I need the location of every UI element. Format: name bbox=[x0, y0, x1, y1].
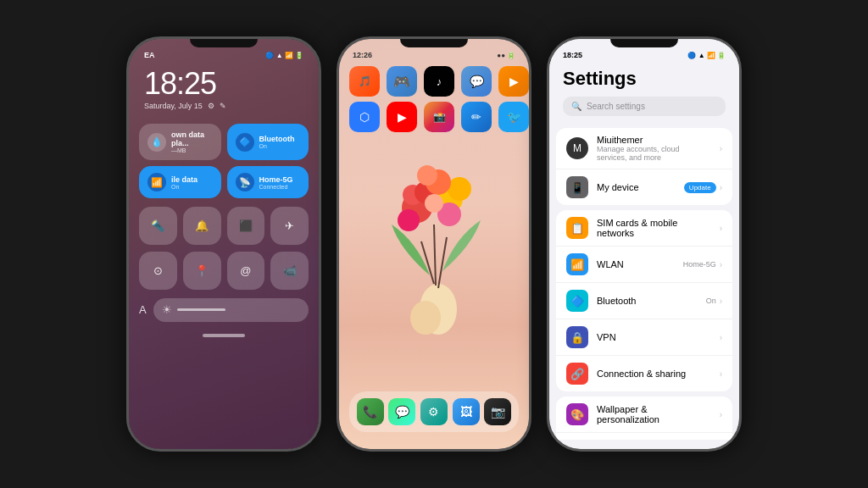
svg-point-10 bbox=[398, 209, 420, 231]
sun-icon: ☀ bbox=[162, 303, 172, 316]
device-arrow: › bbox=[720, 183, 722, 192]
dock-gallery[interactable]: 🖼 bbox=[453, 398, 480, 425]
location-button[interactable]: 📍 bbox=[183, 252, 221, 290]
app-miui-blue[interactable]: ⬡ bbox=[349, 102, 380, 132]
search-icon: 🔍 bbox=[571, 102, 581, 111]
bluetooth-label: Bluetooth bbox=[597, 296, 698, 306]
update-badge: Update bbox=[684, 182, 716, 193]
bluetooth-right: On › bbox=[706, 297, 722, 306]
app-notes[interactable]: ✏ bbox=[461, 102, 492, 132]
mobile-data-tile[interactable]: 📶 ile data On bbox=[139, 166, 221, 198]
svg-line-13 bbox=[438, 237, 447, 288]
wallpaper-text: Wallpaper & personalization bbox=[597, 404, 711, 424]
bell-button[interactable]: 🔔 bbox=[183, 207, 221, 245]
brightness-fill bbox=[177, 308, 225, 311]
app-tiktok[interactable]: ♪ bbox=[424, 66, 454, 97]
vpn-arrow: › bbox=[720, 333, 722, 342]
search-box[interactable]: 🔍 Search settings bbox=[563, 97, 726, 116]
small-controls-row1: 🔦 🔔 ⬛ ✈ bbox=[129, 203, 319, 248]
wlan-right: Home-5G › bbox=[683, 260, 722, 269]
home-bar bbox=[203, 334, 245, 337]
wallpaper-arrow: › bbox=[720, 410, 722, 419]
flashlight-button[interactable]: 🔦 bbox=[139, 207, 177, 245]
camera-button[interactable]: 📹 bbox=[270, 252, 309, 290]
dock-settings[interactable]: ⚙ bbox=[420, 398, 448, 425]
data-plan-icon: 💧 bbox=[147, 133, 166, 152]
app-twitter[interactable]: 🐦 bbox=[498, 102, 529, 132]
airplane-button[interactable]: ✈ bbox=[270, 207, 309, 245]
wallpaper-label: Wallpaper & personalization bbox=[597, 404, 711, 424]
app-grid-row2: ⬡ ▶ 📸 ✏ 🐦 bbox=[339, 100, 529, 136]
app-gamepad[interactable]: 🎮 bbox=[387, 66, 417, 97]
dock-camera[interactable]: 📷 bbox=[484, 398, 511, 425]
app-miui[interactable]: 🎵 bbox=[349, 66, 380, 97]
phone-settings: 18:25 🔵 ▲ 📶 🔋 Settings 🔍 Search settings… bbox=[547, 36, 742, 452]
phone-home-screen: 12:26 ●● 🔋 🎵 🎮 ♪ 💬 ▶ ⬡ ▶ 📸 ✏ 🐦 bbox=[337, 36, 531, 452]
bluetooth-settings-icon: 🔷 bbox=[566, 290, 588, 312]
svg-point-11 bbox=[425, 194, 443, 213]
app-youtube[interactable]: ▶ bbox=[387, 102, 417, 132]
clock-time: 18:25 bbox=[144, 66, 303, 102]
account-label: Miuithemer bbox=[597, 135, 711, 145]
account-avatar: M bbox=[566, 137, 588, 159]
dnd-button[interactable]: ⊙ bbox=[139, 252, 177, 290]
dock-messages[interactable]: 💬 bbox=[388, 398, 415, 425]
app-grid-row1: 🎵 🎮 ♪ 💬 ▶ bbox=[339, 63, 529, 100]
status-icons-2: ●● 🔋 bbox=[497, 52, 515, 59]
control-center-screen: EA 🔵 ▲ 📶 🔋 18:25 Saturday, July 15 ⚙✎ 💧 … bbox=[129, 39, 319, 449]
status-icons-1: 🔵 ▲ 📶 🔋 bbox=[265, 52, 303, 59]
wifi-icon: 📡 bbox=[236, 173, 254, 191]
flower-svg bbox=[349, 140, 519, 335]
wifi-tile[interactable]: 📡 Home-5G Connected bbox=[227, 166, 309, 198]
sim-right: › bbox=[720, 224, 722, 233]
bluetooth-tile[interactable]: 🔷 Bluetooth On bbox=[227, 124, 309, 160]
account-text: Miuithemer Manage accounts, cloud servic… bbox=[597, 135, 711, 162]
font-size-label: A bbox=[139, 303, 147, 316]
device-text: My device bbox=[597, 182, 676, 192]
bluetooth-arrow: › bbox=[720, 297, 722, 306]
vpn-icon: 🔒 bbox=[566, 326, 588, 348]
device-icon: 📱 bbox=[566, 176, 588, 198]
control-tiles-grid: 💧 own data pla... —MB 🔷 Bluetooth On 📶 i… bbox=[129, 119, 319, 203]
settings-item-bluetooth[interactable]: 🔷 Bluetooth On › bbox=[556, 283, 732, 319]
settings-item-vpn[interactable]: 🔒 VPN › bbox=[556, 319, 732, 356]
vpn-right: › bbox=[720, 333, 722, 342]
dock-phone[interactable]: 📞 bbox=[357, 398, 384, 425]
settings-item-wlan[interactable]: 📶 WLAN Home-5G › bbox=[556, 247, 732, 283]
account-right: › bbox=[720, 144, 722, 153]
screen-record-button[interactable]: ⬛ bbox=[227, 207, 265, 245]
email-button[interactable]: @ bbox=[227, 252, 265, 290]
settings-item-sim[interactable]: 📋 SIM cards & mobile networks › bbox=[556, 210, 732, 247]
settings-item-wallpaper[interactable]: 🎨 Wallpaper & personalization › bbox=[556, 396, 732, 433]
settings-item-mydevice[interactable]: 📱 My device Update › bbox=[556, 169, 732, 205]
sim-arrow: › bbox=[720, 224, 722, 233]
status-icons-3: 🔵 ▲ 📶 🔋 bbox=[687, 52, 726, 59]
settings-item-lock-screen[interactable]: 🔐 Always-on display & Lock screen › bbox=[556, 433, 732, 440]
wlan-text: WLAN bbox=[597, 259, 675, 269]
app-vlc[interactable]: ▶ bbox=[498, 66, 529, 97]
clock-2: 12:26 bbox=[353, 51, 372, 59]
brightness-slider[interactable]: ☀ bbox=[153, 298, 309, 322]
mobile-data-icon: 📶 bbox=[147, 173, 166, 191]
sharing-label: Connection & sharing bbox=[597, 369, 711, 379]
mobile-data-text: ile data On bbox=[171, 175, 198, 190]
sharing-arrow: › bbox=[720, 369, 722, 379]
wlan-arrow: › bbox=[720, 260, 722, 269]
clock-3: 18:25 bbox=[563, 51, 582, 59]
date-label: Saturday, July 15 ⚙✎ bbox=[144, 102, 303, 110]
sim-text: SIM cards & mobile networks bbox=[597, 218, 711, 238]
svg-point-6 bbox=[448, 177, 471, 201]
status-bar-1: EA 🔵 ▲ 📶 🔋 bbox=[129, 39, 319, 63]
data-plan-tile[interactable]: 💧 own data pla... —MB bbox=[139, 124, 221, 160]
settings-item-connection-sharing[interactable]: 🔗 Connection & sharing › bbox=[556, 356, 732, 391]
status-bar-3: 18:25 🔵 ▲ 📶 🔋 bbox=[549, 39, 739, 63]
settings-title: Settings bbox=[563, 68, 726, 90]
carrier-label: EA bbox=[144, 51, 155, 59]
settings-screen: 18:25 🔵 ▲ 📶 🔋 Settings 🔍 Search settings… bbox=[549, 39, 739, 449]
settings-list: M Miuithemer Manage accounts, cloud serv… bbox=[549, 123, 739, 440]
svg-point-1 bbox=[410, 301, 441, 335]
svg-line-14 bbox=[434, 225, 436, 286]
app-instagram[interactable]: 📸 bbox=[424, 102, 454, 132]
app-messenger[interactable]: 💬 bbox=[461, 66, 492, 97]
settings-item-miuithemer[interactable]: M Miuithemer Manage accounts, cloud serv… bbox=[556, 128, 732, 169]
